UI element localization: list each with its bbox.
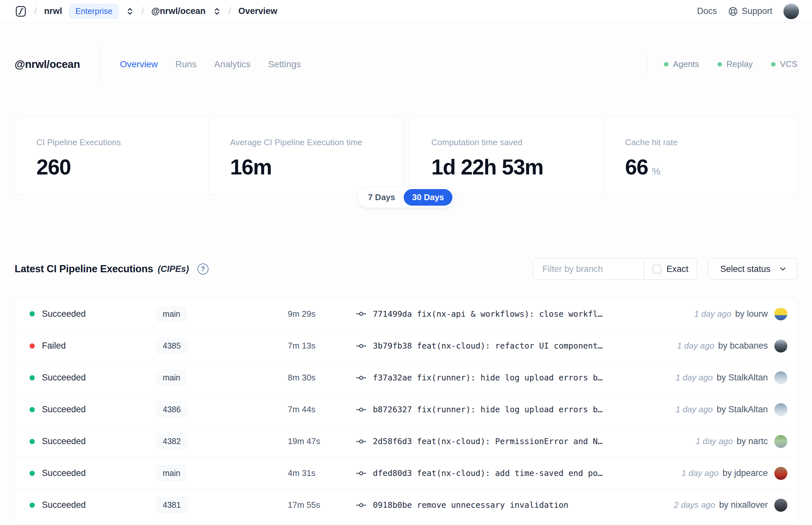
breadcrumb-workspace[interactable]: @nrwl/ocean <box>151 6 205 16</box>
exact-checkbox[interactable] <box>653 265 661 273</box>
author-avatar <box>774 308 787 320</box>
top-nav: / nrwl Enterprise / @nrwl/ocean / Overvi… <box>0 0 812 23</box>
breadcrumb-org[interactable]: nrwl <box>44 6 62 16</box>
tab-settings[interactable]: Settings <box>268 59 301 70</box>
branch-chip: 4382 <box>156 433 187 449</box>
table-row[interactable]: Succeeded main 9m 29s 771499da fix(nx-ap… <box>15 298 797 330</box>
cipes-controls: Exact Select status <box>533 258 797 280</box>
row-status: Succeeded <box>42 500 156 510</box>
branch-chip: main <box>156 370 187 386</box>
workspace-switcher-chevron-icon[interactable] <box>213 6 221 16</box>
table-row[interactable]: Succeeded 4386 7m 44s b8726327 fix(runne… <box>15 393 797 425</box>
row-time: 1 day ago <box>676 404 713 415</box>
nav-actions: Docs Support <box>697 3 799 19</box>
status-dot <box>30 502 35 508</box>
stat-value: 16m <box>230 155 402 179</box>
range-option-30-days[interactable]: 30 Days <box>404 189 453 206</box>
git-commit-icon <box>356 373 366 383</box>
row-time: 2 days ago <box>674 500 715 510</box>
stat-card-average-execution-time: Average CI Pipeline Execution time 16m <box>209 117 402 195</box>
status-dot <box>30 407 35 412</box>
workspace-header: @nrwl/ocean Overview Runs Analytics Sett… <box>0 47 812 81</box>
branch-chip: main <box>156 465 187 481</box>
chevron-down-icon <box>778 265 787 273</box>
stat-label: CI Pipeline Executions <box>36 137 209 148</box>
stat-group-left: CI Pipeline Executions 260 Average CI Pi… <box>15 117 402 195</box>
tab-overview[interactable]: Overview <box>120 59 158 70</box>
stat-card-cache-hit-rate: Cache hit rate 66 % <box>603 117 797 195</box>
workspace-title: @nrwl/ocean <box>15 58 80 71</box>
row-duration: 19m 47s <box>288 436 356 446</box>
row-duration: 4m 31s <box>288 468 356 478</box>
stat-label: Average CI Pipeline Execution time <box>230 137 402 148</box>
commit-message: 771499da fix(nx-api & workflows): close … <box>373 309 602 319</box>
branch-chip: 4386 <box>156 402 187 418</box>
date-range-toggle: 7 Days 30 Days <box>357 187 455 208</box>
breadcrumb-separator: / <box>228 5 231 17</box>
row-time: 1 day ago <box>696 436 733 446</box>
green-status-dot <box>771 62 776 66</box>
commit-message: f37a32ae fix(runner): hide log upload er… <box>373 373 602 382</box>
row-duration: 7m 13s <box>288 341 356 351</box>
table-row[interactable]: Succeeded 4382 19m 47s 2d58f6d3 feat(nx-… <box>15 425 797 457</box>
author-avatar <box>774 467 787 480</box>
status-link-replay[interactable]: Replay <box>718 59 753 69</box>
row-duration: 17m 55s <box>288 500 356 510</box>
nx-cloud-logo-icon[interactable] <box>15 5 27 17</box>
row-author: by jdpearce <box>722 468 768 478</box>
branch-chip: main <box>156 306 187 322</box>
breadcrumb-page[interactable]: Overview <box>239 6 277 16</box>
row-author: by nixallover <box>719 500 768 510</box>
author-avatar <box>774 403 787 416</box>
row-time: 1 day ago <box>676 373 713 383</box>
commit-message: 0918b0be remove unnecessary invalidation <box>373 500 568 510</box>
git-commit-icon <box>356 500 366 510</box>
stat-value: 1d 22h 53m <box>431 155 603 179</box>
user-avatar[interactable] <box>783 3 799 19</box>
row-duration: 9m 29s <box>288 309 356 319</box>
cipes-subtitle: (CIPEs) <box>158 264 189 274</box>
workspace-tabs: Overview Runs Analytics Settings <box>120 59 301 70</box>
branch-chip: 4385 <box>156 338 187 354</box>
divider <box>99 47 100 81</box>
green-status-dot <box>718 62 722 66</box>
table-row[interactable]: Succeeded main 8m 30s f37a32ae fix(runne… <box>15 362 797 393</box>
status-dot <box>30 471 35 476</box>
org-plan-badge[interactable]: Enterprise <box>69 4 119 18</box>
support-link[interactable]: Support <box>728 6 772 17</box>
status-select-dropdown[interactable]: Select status <box>708 258 797 280</box>
status-dot <box>30 343 35 349</box>
row-author: by StalkAltan <box>717 404 768 415</box>
breadcrumb-separator: / <box>34 5 37 17</box>
git-commit-icon <box>356 341 366 351</box>
status-link-agents[interactable]: Agents <box>664 59 699 69</box>
status-dot <box>30 311 35 316</box>
row-author: by nartc <box>737 436 768 446</box>
row-author: by StalkAltan <box>717 373 768 383</box>
stat-value: 66 % <box>625 155 797 179</box>
row-duration: 7m 44s <box>288 404 356 415</box>
help-icon[interactable]: ? <box>198 264 209 274</box>
cipes-header: Latest CI Pipeline Executions (CIPEs) ? … <box>0 258 812 280</box>
branch-filter-input[interactable] <box>533 259 644 280</box>
org-switcher-chevron-icon[interactable] <box>126 6 134 16</box>
author-avatar <box>774 499 787 512</box>
table-row[interactable]: Failed 4385 7m 13s 3b79fb38 feat(nx-clou… <box>15 330 797 362</box>
docs-link[interactable]: Docs <box>697 6 717 16</box>
status-link-vcs[interactable]: VCS <box>771 59 797 69</box>
table-row[interactable]: Succeeded main 4m 31s dfed80d3 feat(nx-c… <box>15 457 797 489</box>
workspace-status-links: Agents Replay VCS <box>647 55 797 73</box>
tab-runs[interactable]: Runs <box>175 59 197 70</box>
divider <box>647 55 647 73</box>
table-row[interactable]: Succeeded 4381 17m 55s 0918b0be remove u… <box>15 489 797 521</box>
tab-analytics[interactable]: Analytics <box>214 59 250 70</box>
range-option-7-days[interactable]: 7 Days <box>359 189 404 206</box>
breadcrumb: / nrwl Enterprise / @nrwl/ocean / Overvi… <box>15 4 277 18</box>
row-status: Succeeded <box>42 404 156 415</box>
branch-filter-group: Exact <box>533 258 698 280</box>
row-author: by bcabanes <box>718 341 768 351</box>
row-status: Failed <box>42 341 156 351</box>
exact-label[interactable]: Exact <box>667 264 689 274</box>
stat-label: Computation time saved <box>431 137 603 148</box>
cipes-title: Latest CI Pipeline Executions <box>15 263 153 275</box>
